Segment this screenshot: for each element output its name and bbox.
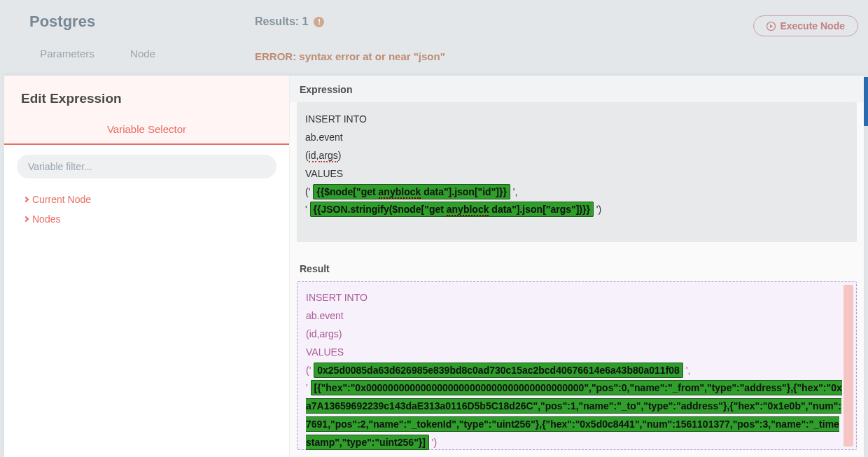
- execute-node-button[interactable]: Execute Node: [753, 15, 858, 36]
- expr-token: {{JSON.stringify($node["get anyblock dat…: [310, 202, 594, 217]
- edit-expression-modal: Edit Expression Variable Selector Curren…: [4, 76, 864, 457]
- expr-line: VALUES: [305, 165, 848, 183]
- expr-line: (' {{$node["get anyblock data"].json["id…: [305, 183, 848, 202]
- tab-parameters[interactable]: Parameters: [29, 48, 105, 59]
- modal-left-panel: Edit Expression Variable Selector Curren…: [4, 76, 290, 457]
- chevron-right-icon: [23, 216, 29, 222]
- tree-item-label: Current Node: [32, 194, 91, 205]
- result-token: [{"hex":"0x00000000000000000000000000000…: [306, 380, 842, 450]
- node-header: Postgres Parameters Node: [0, 0, 868, 76]
- result-line: VALUES: [306, 344, 842, 362]
- tree-item-current-node[interactable]: Current Node: [24, 190, 289, 209]
- result-line: ab.event: [306, 307, 842, 325]
- expr-line: ' {{JSON.stringify($node["get anyblock d…: [305, 201, 848, 219]
- play-circle-icon: [766, 22, 776, 31]
- expr-line: (id,args): [305, 147, 848, 165]
- results-count-text: Results: 1: [255, 15, 308, 28]
- result-heading: Result: [290, 249, 864, 281]
- expr-line: INSERT INTO: [305, 111, 848, 129]
- expression-heading: Expression: [290, 76, 864, 102]
- node-title: Postgres: [29, 13, 839, 31]
- result-line: (' 0x25d0085da63d626985e839bd8c0ad730c15…: [306, 362, 842, 380]
- scrollbar[interactable]: [844, 285, 853, 447]
- error-message: ERROR: syntax error at or near "json": [255, 50, 445, 62]
- header-actions: Execute Node: [753, 15, 858, 36]
- tree-item-nodes[interactable]: Nodes: [24, 209, 289, 229]
- filter-wrap: [4, 145, 289, 188]
- right-accent-strip: [863, 77, 868, 126]
- expr-id: id: [309, 150, 316, 162]
- tree-item-label: Nodes: [32, 213, 60, 225]
- result-token: 0x25d0085da63d626985e839bd8c0ad730c15ac2…: [314, 363, 683, 378]
- result-line: INSERT INTO: [306, 289, 842, 307]
- execute-node-label: Execute Node: [780, 20, 845, 31]
- variable-filter-input[interactable]: [17, 155, 276, 178]
- expression-editor[interactable]: INSERT INTO ab.event (id,args) VALUES ('…: [297, 102, 857, 242]
- result-output: INSERT INTO ab.event (id,args) VALUES ('…: [297, 281, 857, 450]
- expr-token: {{$node["get anyblock data"].json["id"]}…: [313, 184, 510, 199]
- warning-icon: !: [314, 17, 324, 27]
- result-line: (id,args): [306, 325, 842, 344]
- expr-args: args: [318, 150, 337, 162]
- variable-tree: Current Node Nodes: [4, 188, 289, 229]
- result-line: ' [{"hex":"0x000000000000000000000000000…: [306, 379, 842, 452]
- modal-title: Edit Expression: [4, 76, 289, 116]
- expr-line: ab.event: [305, 129, 848, 147]
- modal-right-panel: Expression INSERT INTO ab.event (id,args…: [290, 76, 864, 457]
- results-count: Results: 1 !: [255, 15, 324, 28]
- chevron-right-icon: [23, 197, 29, 202]
- tab-node[interactable]: Node: [105, 48, 181, 59]
- tab-variable-selector[interactable]: Variable Selector: [4, 116, 289, 145]
